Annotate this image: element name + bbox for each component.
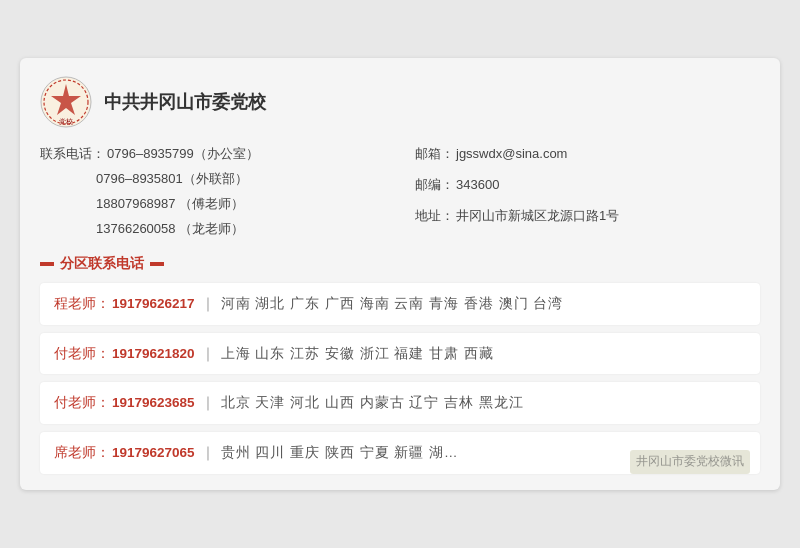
- section-divider: 分区联系电话: [40, 255, 760, 273]
- info-section: 联系电话： 0796–8935799（办公室） 0796–8935801（外联部…: [40, 142, 760, 241]
- main-card: 党校 中共井冈山市委党校 联系电话： 0796–8935799（办公室） 079…: [20, 58, 780, 489]
- contact-phone-3: 19179627065: [112, 442, 195, 464]
- phone-row-4: 13766260058 （龙老师）: [40, 217, 385, 242]
- phone-3: 18807968987 （傅老师）: [96, 192, 244, 217]
- section-title: 分区联系电话: [60, 255, 144, 273]
- postcode-row: 邮编： 343600: [415, 173, 760, 198]
- contact-regions-2: 北京 天津 河北 山西 内蒙古 辽宁 吉林 黑龙江: [221, 392, 524, 414]
- contact-phone-1: 19179621820: [112, 343, 195, 365]
- contact-regions-3: 贵州 四川 重庆 陕西 宁夏 新疆 湖…: [221, 442, 459, 464]
- phone-2: 0796–8935801（外联部）: [96, 167, 248, 192]
- address-row: 地址： 井冈山市新城区龙源口路1号: [415, 204, 760, 229]
- divider-bar-left: [40, 262, 54, 266]
- contact-sep-0: ｜: [201, 293, 215, 315]
- email-label: 邮箱：: [415, 142, 454, 167]
- contact-row-1: 付老师： 19179621820 ｜ 上海 山东 江苏 安徽 浙江 福建 甘肃 …: [40, 333, 760, 375]
- contact-row-0: 程老师： 19179626217 ｜ 河南 湖北 广东 广西 海南 云南 青海 …: [40, 283, 760, 325]
- contact-row-2: 付老师： 19179623685 ｜ 北京 天津 河北 山西 内蒙古 辽宁 吉林…: [40, 382, 760, 424]
- contact-list: 程老师： 19179626217 ｜ 河南 湖北 广东 广西 海南 云南 青海 …: [40, 283, 760, 473]
- phone-row-3: 18807968987 （傅老师）: [40, 192, 385, 217]
- org-logo: 党校: [40, 76, 92, 128]
- phone-row-2: 0796–8935801（外联部）: [40, 167, 385, 192]
- contact-regions-1: 上海 山东 江苏 安徽 浙江 福建 甘肃 西藏: [221, 343, 494, 365]
- svg-text:党校: 党校: [59, 118, 73, 126]
- phone-1: 0796–8935799（办公室）: [107, 142, 259, 167]
- divider-bar-right: [150, 262, 164, 266]
- email-value: jgsswdx@sina.com: [456, 142, 567, 167]
- info-left: 联系电话： 0796–8935799（办公室） 0796–8935801（外联部…: [40, 142, 385, 241]
- contact-sep-1: ｜: [201, 343, 215, 365]
- contact-sep-3: ｜: [201, 442, 215, 464]
- last-row-container: 席老师： 19179627065 ｜ 贵州 四川 重庆 陕西 宁夏 新疆 湖… …: [40, 432, 760, 474]
- contact-phone-2: 19179623685: [112, 392, 195, 414]
- address-value: 井冈山市新城区龙源口路1号: [456, 204, 619, 229]
- info-right: 邮箱： jgsswdx@sina.com 邮编： 343600 地址： 井冈山市…: [415, 142, 760, 241]
- contact-regions-0: 河南 湖北 广东 广西 海南 云南 青海 香港 澳门 台湾: [221, 293, 564, 315]
- postcode-label: 邮编：: [415, 173, 454, 198]
- watermark: 井冈山市委党校微讯: [630, 450, 750, 473]
- postcode-value: 343600: [456, 173, 499, 198]
- contact-name-3: 席老师：: [54, 442, 110, 464]
- phone-main-row: 联系电话： 0796–8935799（办公室）: [40, 142, 385, 167]
- address-label: 地址：: [415, 204, 454, 229]
- contact-name-2: 付老师：: [54, 392, 110, 414]
- contact-phone-0: 19179626217: [112, 293, 195, 315]
- contact-name-0: 程老师：: [54, 293, 110, 315]
- header: 党校 中共井冈山市委党校: [40, 76, 760, 128]
- phone-4: 13766260058 （龙老师）: [96, 217, 244, 242]
- email-row: 邮箱： jgsswdx@sina.com: [415, 142, 760, 167]
- phone-label: 联系电话：: [40, 142, 105, 167]
- contact-row-3: 席老师： 19179627065 ｜ 贵州 四川 重庆 陕西 宁夏 新疆 湖… …: [40, 432, 760, 474]
- contact-sep-2: ｜: [201, 392, 215, 414]
- org-title: 中共井冈山市委党校: [104, 90, 266, 114]
- contact-name-1: 付老师：: [54, 343, 110, 365]
